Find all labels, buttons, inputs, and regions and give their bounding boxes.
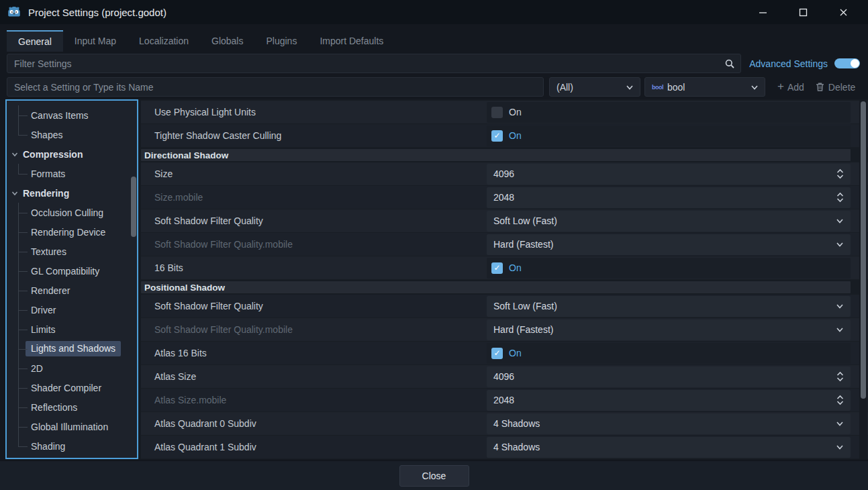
setting-value-size-mobile[interactable]: 2048 bbox=[487, 187, 851, 208]
setting-value-16-bits[interactable]: ✓On bbox=[487, 258, 851, 279]
setting-value-soft-shadow-filter-quality-mobile[interactable]: Hard (Fastest) bbox=[487, 320, 851, 340]
setting-value-atlas-size-mobile[interactable]: 2048 bbox=[487, 390, 851, 411]
sidebar-item-label: Driver bbox=[31, 305, 56, 315]
checkbox-checked[interactable]: ✓ bbox=[491, 348, 503, 359]
sidebar-item-lights-and-shadows[interactable]: Lights and Shadows bbox=[7, 339, 137, 358]
close-icon[interactable] bbox=[838, 7, 848, 17]
category-dropdown[interactable]: (All) bbox=[549, 77, 640, 97]
sidebar-item-occlusion-culling[interactable]: Occlusion Culling bbox=[7, 203, 137, 222]
tab-globals[interactable]: Globals bbox=[200, 30, 254, 52]
sidebar-item-label: Rendering Device bbox=[31, 227, 105, 238]
window-controls bbox=[758, 7, 859, 17]
collapse-chevron-icon[interactable] bbox=[11, 189, 20, 197]
sidebar-item-renderer[interactable]: Renderer bbox=[7, 281, 137, 300]
bool-value-label: On bbox=[509, 130, 522, 141]
setting-label: Soft Shadow Filter Quality bbox=[141, 215, 487, 226]
setting-value-atlas-16-bits[interactable]: ✓On bbox=[487, 343, 851, 364]
add-label: Add bbox=[787, 82, 804, 93]
dropdown-chevron-icon[interactable] bbox=[835, 240, 845, 249]
sidebar-item-formats[interactable]: Formats bbox=[7, 164, 137, 183]
sidebar-item-shapes[interactable]: Shapes bbox=[7, 125, 137, 144]
category-value: (All) bbox=[557, 82, 573, 93]
setting-label: Soft Shadow Filter Quality bbox=[141, 301, 487, 311]
setting-value-soft-shadow-filter-quality-mobile[interactable]: Hard (Fastest) bbox=[487, 234, 851, 255]
checkbox-checked[interactable]: ✓ bbox=[491, 262, 503, 274]
sidebar-item-label: Lights and Shadows bbox=[26, 341, 121, 356]
value-text: Soft Low (Fast) bbox=[493, 215, 557, 226]
setting-label: Atlas Size.mobile bbox=[141, 395, 487, 405]
dropdown-chevron-icon[interactable] bbox=[835, 301, 845, 311]
tab-general[interactable]: General bbox=[7, 30, 63, 52]
tab-input-map[interactable]: Input Map bbox=[63, 30, 128, 52]
search-icon bbox=[724, 58, 735, 69]
sidebar-item-label: Textures bbox=[31, 246, 66, 257]
delete-button[interactable]: Delete bbox=[810, 82, 861, 93]
sidebar-item-rendering[interactable]: Rendering bbox=[7, 183, 137, 203]
setting-label: Atlas Quadrant 0 Subdiv bbox=[141, 418, 487, 429]
sidebar-item-rendering-device[interactable]: Rendering Device bbox=[7, 222, 137, 242]
setting-row-size: Size4096 bbox=[141, 162, 868, 186]
sidebar-item-textures[interactable]: Textures bbox=[7, 242, 137, 261]
filter-settings-input[interactable]: Filter Settings bbox=[7, 54, 741, 73]
sidebar-item-shader-compiler[interactable]: Shader Compiler bbox=[7, 378, 137, 397]
setting-row-atlas-16-bits: Atlas 16 Bits✓On bbox=[141, 342, 868, 365]
collapse-chevron-icon[interactable] bbox=[11, 150, 20, 158]
tab-import-defaults[interactable]: Import Defaults bbox=[308, 30, 395, 52]
setting-row-soft-shadow-filter-quality: Soft Shadow Filter QualitySoft Low (Fast… bbox=[141, 209, 868, 233]
setting-value-soft-shadow-filter-quality[interactable]: Soft Low (Fast) bbox=[487, 296, 851, 317]
section-title: Positional Shadow bbox=[141, 283, 225, 293]
setting-value-tighter-shadow-caster-culling[interactable]: ✓On bbox=[487, 126, 851, 146]
sidebar-item-reflections[interactable]: Reflections bbox=[7, 397, 137, 417]
tab-localization[interactable]: Localization bbox=[128, 30, 200, 52]
dropdown-chevron-icon[interactable] bbox=[835, 325, 845, 334]
add-button[interactable]: + Add bbox=[772, 82, 810, 93]
type-dropdown[interactable]: bool bool bbox=[644, 77, 765, 97]
spinner-updown-icon[interactable] bbox=[836, 395, 845, 405]
sidebar-scrollbar-thumb[interactable] bbox=[131, 177, 136, 237]
sidebar-item-global-illumination[interactable]: Global Illumination bbox=[7, 417, 137, 436]
setting-label: 16 Bits bbox=[141, 262, 487, 273]
setting-row-16-bits: 16 Bits✓On bbox=[141, 256, 868, 280]
delete-label: Delete bbox=[828, 82, 855, 93]
main-scrollbar[interactable] bbox=[859, 99, 867, 459]
settings-panel: Use Physical Light UnitsOnTighter Shadow… bbox=[138, 99, 868, 459]
setting-row-atlas-size: Atlas Size4096 bbox=[141, 365, 868, 389]
project-settings-window: Project Settings (project.godot) General… bbox=[0, 0, 868, 490]
sidebar-item-canvas-items[interactable]: Canvas Items bbox=[7, 105, 137, 125]
dropdown-chevron-icon[interactable] bbox=[835, 442, 845, 452]
spinner-updown-icon[interactable] bbox=[836, 371, 845, 382]
minimize-icon[interactable] bbox=[758, 7, 767, 17]
setting-value-atlas-quadrant-0-subdiv[interactable]: 4 Shadows bbox=[487, 413, 851, 434]
setting-value-use-physical-light-units[interactable]: On bbox=[487, 102, 851, 123]
sidebar-item-shading[interactable]: Shading bbox=[7, 436, 137, 456]
tab-plugins[interactable]: Plugins bbox=[254, 30, 308, 52]
section-header-positional-shadow: Positional Shadow bbox=[141, 281, 851, 293]
advanced-settings-toggle[interactable] bbox=[834, 58, 860, 68]
main-scrollbar-thumb[interactable] bbox=[861, 101, 866, 399]
sidebar-item-2d[interactable]: 2D bbox=[7, 358, 137, 378]
checkbox-unchecked[interactable] bbox=[491, 107, 503, 118]
spinner-updown-icon[interactable] bbox=[836, 192, 845, 203]
setting-value-atlas-size[interactable]: 4096 bbox=[487, 366, 851, 387]
sidebar-item-compression[interactable]: Compression bbox=[7, 144, 137, 164]
dropdown-chevron-icon[interactable] bbox=[835, 419, 845, 428]
sidebar-item-gl-compatibility[interactable]: GL Compatibility bbox=[7, 261, 137, 281]
sidebar-item-label: Limits bbox=[31, 324, 56, 335]
dropdown-chevron-icon[interactable] bbox=[835, 216, 845, 226]
spinner-updown-icon[interactable] bbox=[836, 168, 845, 179]
chevron-down-icon bbox=[625, 83, 634, 92]
sidebar-item-limits[interactable]: Limits bbox=[7, 320, 137, 339]
setting-value-size[interactable]: 4096 bbox=[487, 164, 851, 185]
sidebar-item-driver[interactable]: Driver bbox=[7, 300, 137, 320]
sidebar-item-label: Compression bbox=[23, 149, 83, 160]
toggle-knob bbox=[851, 59, 859, 68]
tab-bar: GeneralInput MapLocalizationGlobalsPlugi… bbox=[0, 24, 868, 52]
sidebar-scrollbar[interactable] bbox=[131, 101, 136, 458]
maximize-icon[interactable] bbox=[798, 7, 808, 17]
setting-value-atlas-quadrant-1-subdiv[interactable]: 4 Shadows bbox=[487, 437, 851, 458]
setting-name-input[interactable]: Select a Setting or Type its Name bbox=[7, 77, 544, 97]
setting-value-soft-shadow-filter-quality[interactable]: Soft Low (Fast) bbox=[487, 211, 851, 232]
setting-row-use-physical-light-units: Use Physical Light UnitsOn bbox=[141, 101, 868, 124]
checkbox-checked[interactable]: ✓ bbox=[491, 130, 503, 142]
close-button[interactable]: Close bbox=[399, 465, 469, 487]
